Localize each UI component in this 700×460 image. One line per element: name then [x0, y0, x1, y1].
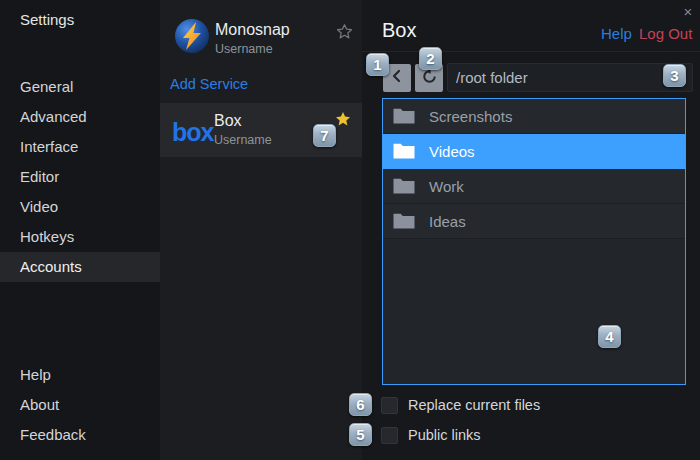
service-username-box: Username: [214, 133, 272, 147]
sidebar-item-accounts[interactable]: Accounts: [0, 252, 160, 282]
folder-icon: [393, 213, 415, 229]
folder-list: Screenshots Videos Work Ideas: [382, 98, 686, 385]
sidebar: Settings General Advanced Interface Edit…: [0, 0, 160, 460]
sidebar-item-video[interactable]: Video: [0, 192, 160, 222]
folder-label: Ideas: [429, 213, 466, 230]
sidebar-item-hotkeys[interactable]: Hotkeys: [0, 222, 160, 252]
star-filled-icon[interactable]: [335, 111, 351, 127]
star-outline-icon[interactable]: [336, 23, 353, 40]
sidebar-nav: General Advanced Interface Editor Video …: [0, 72, 160, 282]
public-links-label: Public links: [408, 427, 481, 444]
sidebar-item-feedback[interactable]: Feedback: [0, 420, 160, 450]
folder-label: Screenshots: [429, 108, 512, 125]
folder-label: Videos: [429, 143, 475, 160]
add-service-button[interactable]: Add Service: [170, 76, 248, 92]
option-replace-current-files: Replace current files: [381, 397, 540, 414]
folder-path-input[interactable]: [447, 63, 693, 92]
folder-icon: [393, 178, 415, 194]
chevron-left-icon: [389, 68, 405, 88]
callout-6-badge: 6: [349, 393, 372, 416]
box-logo-icon: box: [172, 119, 213, 145]
callout-3-badge: 3: [663, 64, 686, 87]
folder-icon: [393, 143, 415, 159]
settings-window: Settings General Advanced Interface Edit…: [0, 0, 700, 460]
panel-title: Box: [382, 19, 416, 42]
folder-row-screenshots[interactable]: Screenshots: [383, 99, 685, 134]
monosnap-logo-icon: [175, 19, 209, 53]
callout-7-badge: 7: [313, 124, 336, 147]
page-title: Settings: [20, 11, 74, 28]
option-public-links: Public links: [381, 427, 481, 444]
callout-5-badge: 5: [349, 423, 372, 446]
box-service-panel: × Box Help Log Out: [362, 0, 700, 460]
sidebar-item-editor[interactable]: Editor: [0, 162, 160, 192]
accounts-list: Monosnap Username Add Service box Box Us…: [160, 0, 362, 460]
service-username-monosnap: Username: [215, 42, 273, 56]
sidebar-item-about[interactable]: About: [0, 390, 160, 420]
replace-files-label: Replace current files: [408, 397, 540, 414]
folder-row-work[interactable]: Work: [383, 169, 685, 204]
folder-row-ideas[interactable]: Ideas: [383, 204, 685, 239]
replace-files-checkbox[interactable]: [381, 397, 398, 414]
folder-row-videos[interactable]: Videos: [383, 134, 685, 169]
close-icon[interactable]: ×: [678, 2, 698, 22]
logout-link[interactable]: Log Out: [639, 25, 692, 42]
folder-label: Work: [429, 178, 464, 195]
sidebar-item-interface[interactable]: Interface: [0, 132, 160, 162]
help-link[interactable]: Help: [601, 25, 632, 42]
folder-icon: [393, 108, 415, 124]
sidebar-item-help[interactable]: Help: [0, 360, 160, 390]
sidebar-item-general[interactable]: General: [0, 72, 160, 102]
header-divider: [362, 51, 700, 52]
sidebar-footer-nav: Help About Feedback: [0, 360, 160, 450]
service-name-monosnap: Monosnap: [215, 21, 290, 39]
callout-1-badge: 1: [366, 53, 389, 76]
service-name-box: Box: [214, 112, 242, 130]
sidebar-item-advanced[interactable]: Advanced: [0, 102, 160, 132]
callout-2-badge: 2: [419, 47, 442, 70]
public-links-checkbox[interactable]: [381, 427, 398, 444]
callout-4-badge: 4: [598, 325, 621, 348]
refresh-icon: [421, 68, 438, 89]
